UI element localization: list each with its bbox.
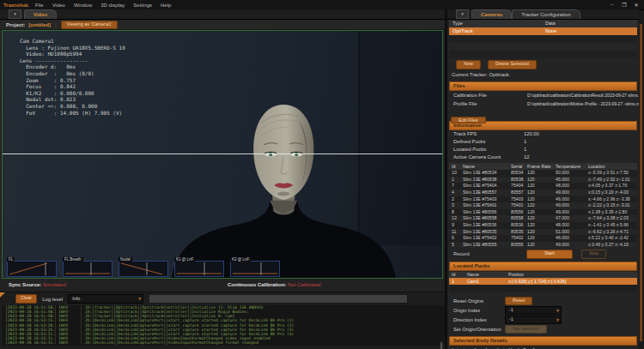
log-output[interactable]: [2023-09-28 16:51:58.392]INFOZD:|Tracker… [2,305,445,346]
camera-row[interactable]: 2Slim 13E #754037540312046.000x:-4.66 y:… [449,196,637,203]
overlay-line: Nodal dst: 0.023 [20,96,125,103]
cell: 2 [449,196,463,203]
tab-tracker-configuration[interactable]: Tracker Configuration [512,9,580,19]
continuous-calibration-value: Not Calibrated [288,282,320,287]
cell: Encoder d: 0ms [20,63,76,69]
camera-row[interactable]: 11Slim 13E #805358053512051.000x:-6.62 y… [449,229,637,236]
record-start-button[interactable]: Start [526,250,573,259]
located-pucks-value: 1 [524,146,526,153]
cell: Temperature [556,163,588,170]
cell: 120 [527,170,556,177]
menu-file[interactable]: File [35,3,44,8]
cell: Data [545,20,556,27]
reset-button[interactable]: Reset [505,297,532,305]
track-fps-row: Track FPS 120.00 [447,130,639,138]
cell: 80557 [511,190,527,196]
panel-menu-icon[interactable]: ▾ [456,9,469,19]
overlay-line: Cam Camera1 [20,38,125,45]
cell: 11 [449,229,463,236]
delete-selected-button[interactable]: Delete Selected [488,60,537,69]
close-icon[interactable]: ✕ [633,2,640,8]
camera-row[interactable]: 5Slim 13E #805558055512049.000x:3.49 y:3… [449,242,637,249]
located-pucks-table: IdNamePosition 1Cam1x:[-0.926] y:[ 1.724… [449,272,637,297]
log-filter-input[interactable] [149,294,408,304]
camera-row[interactable]: 1Slim 13E #805388053812045.000x:-7.49 y:… [449,177,637,184]
cell: Slim 13E #75401 [463,202,511,209]
minimize-icon[interactable]: – [609,2,616,8]
restore-icon[interactable]: ❐ [621,2,628,8]
graph-thumbnail-fl[interactable]: FL [7,257,55,276]
located-pucks-count-row: Located Pucks 1 [447,146,639,153]
direction-index-label: Direction Index [453,316,505,325]
cell: None [545,27,637,35]
menu-video[interactable]: Video [52,3,65,8]
chevron-down-icon: ▼ [137,296,142,302]
graph-thumbnail-nodal[interactable]: Nodal [118,257,167,276]
menu-3d-display[interactable]: 3D display [100,3,125,8]
chevron-down-icon: ▼ [556,308,560,314]
camera-row[interactable]: 10Slim 13E #805348053412050.000x:-5.39 y… [449,170,637,177]
log-level-label: Log level [42,297,63,302]
log-toolbar: Clear Log level Info ▼ [0,292,445,305]
defined-pucks-row: Defined Pucks 1 [447,138,639,146]
camera-row[interactable]: 3Slim 13E #754017540112049.000x:-2.22 y:… [449,202,637,209]
selected-body-section-header: Selected Body Details [449,336,637,346]
tracker-table-rows: OptiTrackNone [449,27,637,58]
tab-video[interactable]: Video [24,9,57,19]
camera-row[interactable]: 12Slim 13E #805588055812047.000x:-7.64 y… [449,215,637,222]
graph-thumbnail-k2-lnf[interactable]: K2 @ LnF [230,257,278,276]
overlay-line: Encoder : 0ms (0/0) [20,70,125,77]
cell: x:-5.39 y:3.51 z:7.50 [588,170,637,177]
origin-index-value: -1 [509,307,513,312]
menu-settings[interactable]: Settings [133,3,152,8]
set-origin-button[interactable]: Not selected [505,325,547,334]
cell: 75404 [511,183,527,190]
set-origin-row: Set Origin/Orientation Not selected [447,325,639,334]
cell: Location [588,163,605,170]
record-stop-button[interactable]: Stop [581,250,606,259]
cell: 80558 [511,215,527,222]
clear-log-button[interactable]: Clear [15,294,37,304]
camera-row[interactable]: 4Slim 13E #805578055712049.000x:0.15 y:3… [449,190,637,196]
cell: Slim 13E #75404 [463,183,511,190]
camera-row[interactable]: 6Slim 13E #754027540212046.000x:5.22 y:3… [449,235,637,242]
puck-row[interactable]: 1Cam1x:[-0.926] y:[ 1.724] z:[ 0.626] [449,278,637,285]
tracker-row[interactable]: OptiTrackNone [449,27,637,35]
menu-help[interactable]: Help [161,3,171,8]
origin-index-dropdown[interactable]: -1 ▼ [505,306,562,315]
cell: 49.000 [556,209,588,216]
menu-window[interactable]: Window [74,3,92,8]
tracker-panel: ▾ Cameras Tracker Configuration TypeData… [447,9,639,349]
overlay-line: Lens : Fujinon UA18X5.5BERD-S 10 [20,45,125,51]
cell: Lens ----------------- [20,57,88,63]
new-button[interactable]: New [456,60,481,69]
viewing-as-button[interactable]: Viewing as 'Camera1' [61,21,118,29]
cell: 120 [527,202,556,209]
camera-viewport[interactable]: Cam Camera1 Lens : Fujinon UA18X5.5BERD-… [2,30,443,279]
app-window: TraxisHub File Video Window 3D display S… [0,0,644,349]
cell: Slim 13E #80538 [463,177,511,184]
cell: 120 [527,196,556,203]
cell: Cam Camera1 [20,38,54,44]
camera-row[interactable]: 8Slim 13E #805568055612049.000x:1.38 y:3… [449,209,637,216]
tracker-panel-scrollbar[interactable] [639,21,643,349]
cell: 48.000 [556,183,588,190]
cell: 49.000 [556,242,588,249]
panel-menu-icon[interactable]: ▾ [9,9,21,19]
tab-cameras[interactable]: Cameras [471,9,512,19]
log-panel: Clear Log level Info ▼ [2023-09-28 16:51… [0,292,445,349]
graph-thumbnail-fl-breath[interactable]: FL Breath [63,257,111,276]
cell: 47.000 [556,215,588,222]
camera-row[interactable]: 9Slim 13E #805368053612048.000x:-1.41 y:… [449,222,637,229]
cell: x:-2.22 y:3.15 z:-3.01 [588,202,637,209]
cell: Id [449,272,467,278]
graph-thumbnail-k1-lnf[interactable]: K1 @ LnF [174,257,222,276]
direction-index-dropdown[interactable]: -1 ▼ [505,316,562,324]
log-level-dropdown[interactable]: Info ▼ [68,294,143,304]
edit-files-row: Edit Files [447,108,639,119]
cell: Slim 13E #80535 [463,229,511,236]
cell: Video: HD1080p5994 [20,51,82,57]
camera-row[interactable]: 7Slim 13E #754047540412048.000x:4.05 y:3… [449,183,637,190]
log-vertical-scrollbar[interactable] [440,341,443,349]
cell: 120 [527,222,556,229]
